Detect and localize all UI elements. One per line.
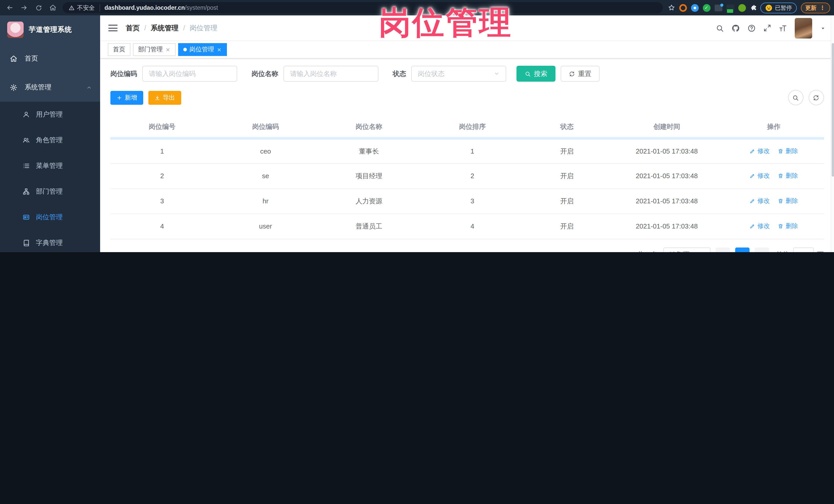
- sidebar-item-posts[interactable]: 岗位管理: [0, 204, 100, 230]
- edit-link[interactable]: 修改: [749, 147, 770, 156]
- delete-link[interactable]: 删除: [778, 172, 798, 180]
- trash-icon: [778, 198, 784, 204]
- goto-page-input[interactable]: [793, 247, 813, 252]
- sidebar-item-home[interactable]: 首页: [0, 44, 100, 73]
- refresh-table-button[interactable]: [808, 90, 824, 105]
- extension-icon[interactable]: [726, 4, 734, 11]
- address-bar[interactable]: 不安全 dashboard.yudao.iocoder.cn/system/po…: [63, 2, 662, 13]
- tab-home[interactable]: 首页: [108, 43, 130, 56]
- tab-department-management[interactable]: 部门管理: [133, 43, 176, 56]
- trash-icon: [778, 223, 784, 229]
- search-button[interactable]: 搜索: [517, 66, 555, 82]
- breadcrumb: 首页 / 系统管理 / 岗位管理: [126, 23, 217, 32]
- edit-link[interactable]: 修改: [749, 222, 770, 231]
- security-chip[interactable]: 不安全: [69, 4, 100, 12]
- browser-extensions-area: ✓: [668, 4, 757, 12]
- sidebar-item-menus[interactable]: 菜单管理: [0, 153, 100, 179]
- pagination: 共 4 条 10条/页 1 前往 页: [110, 247, 824, 252]
- app-logo: [7, 22, 24, 38]
- forward-icon[interactable]: [19, 2, 30, 13]
- delete-link[interactable]: 删除: [778, 197, 798, 205]
- posts-table: 岗位编号 岗位编码 岗位名称 岗位排序 状态 创建时间 操作 1 ceo: [110, 116, 824, 239]
- org-tree-icon: [23, 188, 30, 195]
- goto-prefix: 前往: [776, 250, 789, 252]
- caret-down-icon[interactable]: [820, 25, 826, 31]
- profile-paused-badge[interactable]: 已暂停: [760, 2, 796, 13]
- sidebar-item-roles[interactable]: 角色管理: [0, 127, 100, 153]
- close-icon[interactable]: [165, 47, 171, 52]
- edit-link[interactable]: 修改: [749, 197, 770, 205]
- refresh-icon: [569, 71, 575, 77]
- screen: 不安全 dashboard.yudao.iocoder.cn/system/po…: [0, 0, 834, 252]
- scrollbar-thumb[interactable]: [831, 43, 834, 177]
- browser-menu-icon[interactable]: ⋮: [820, 4, 825, 11]
- toggle-search-button[interactable]: [788, 90, 803, 105]
- prev-page-button[interactable]: [716, 247, 730, 252]
- delete-link[interactable]: 删除: [778, 147, 798, 156]
- bookmark-star-icon[interactable]: [668, 4, 675, 11]
- extension-icon[interactable]: ✓: [703, 4, 710, 12]
- extension-icon[interactable]: [679, 4, 687, 12]
- sidebar-item-dictionary[interactable]: 字典管理: [0, 230, 100, 252]
- chevron-left-icon: [720, 251, 725, 252]
- scrollbar[interactable]: [830, 16, 834, 252]
- page-size-select[interactable]: 10条/页: [663, 247, 710, 252]
- chevron-down-icon: [494, 71, 500, 76]
- col-actions: 操作: [724, 116, 824, 138]
- warning-icon: [69, 5, 74, 10]
- search-icon[interactable]: [716, 24, 724, 32]
- extension-icon[interactable]: [715, 4, 722, 11]
- sidebar-item-users[interactable]: 用户管理: [0, 102, 100, 127]
- download-icon: [155, 95, 160, 101]
- font-size-icon[interactable]: [778, 24, 787, 32]
- security-label: 不安全: [77, 4, 95, 12]
- help-icon[interactable]: [747, 24, 755, 32]
- reload-icon[interactable]: [33, 2, 44, 13]
- sidebar-item-system[interactable]: 系统管理: [0, 73, 100, 102]
- extension-icon[interactable]: [691, 4, 699, 12]
- browser-nav-controls: [4, 2, 59, 13]
- page-number-1[interactable]: 1: [735, 247, 749, 252]
- close-icon[interactable]: [217, 47, 222, 52]
- fullscreen-icon[interactable]: [763, 24, 771, 32]
- table-row: 3 hr 人力资源 3 开启 2021-01-05 17:03:48 修改 删除: [110, 189, 824, 214]
- home-icon[interactable]: [47, 2, 59, 13]
- sidebar: 芋道管理系统 首页 系统管理 用户管理 角色管理: [0, 16, 100, 252]
- toolbar-buttons: 新增 导出: [110, 91, 181, 105]
- chevron-right-icon: [759, 251, 764, 252]
- post-name-input[interactable]: [283, 66, 378, 82]
- extension-icon[interactable]: [738, 4, 746, 12]
- trash-icon: [778, 148, 784, 154]
- pencil-icon: [749, 173, 755, 179]
- chevron-up-icon: [86, 85, 92, 90]
- reset-button[interactable]: 重置: [561, 66, 600, 82]
- status-select[interactable]: 岗位状态: [411, 66, 506, 82]
- breadcrumb-home[interactable]: 首页: [126, 23, 140, 32]
- browser-update-button[interactable]: 更新 ⋮: [800, 2, 830, 13]
- sidebar-item-departments[interactable]: 部门管理: [0, 179, 100, 204]
- user-avatar[interactable]: [794, 18, 812, 38]
- gear-icon: [10, 84, 18, 91]
- users-icon: [23, 137, 30, 144]
- browser-toolbar: 不安全 dashboard.yudao.iocoder.cn/system/po…: [0, 0, 834, 16]
- export-button[interactable]: 导出: [148, 91, 181, 105]
- back-icon[interactable]: [4, 2, 16, 13]
- delete-link[interactable]: 删除: [778, 222, 798, 231]
- github-icon[interactable]: [731, 24, 740, 32]
- next-page-button[interactable]: [754, 247, 769, 252]
- url-text: dashboard.yudao.iocoder.cn/system/post: [105, 5, 218, 11]
- add-button[interactable]: 新增: [110, 91, 143, 105]
- tab-post-management[interactable]: 岗位管理: [178, 43, 227, 56]
- navbar-actions: [716, 18, 826, 38]
- breadcrumb-system[interactable]: 系统管理: [151, 23, 179, 32]
- col-post-name: 岗位名称: [317, 116, 421, 138]
- app-logo-row[interactable]: 芋道管理系统: [0, 16, 100, 44]
- paused-label: 已暂停: [775, 4, 792, 12]
- app-title: 芋道管理系统: [29, 25, 72, 35]
- url-path: /system/post: [185, 5, 218, 11]
- extensions-puzzle-icon[interactable]: [750, 4, 757, 11]
- hamburger-icon[interactable]: [108, 25, 117, 31]
- edit-link[interactable]: 修改: [749, 172, 770, 180]
- col-post-code: 岗位编码: [214, 116, 317, 138]
- post-code-input[interactable]: [142, 66, 237, 82]
